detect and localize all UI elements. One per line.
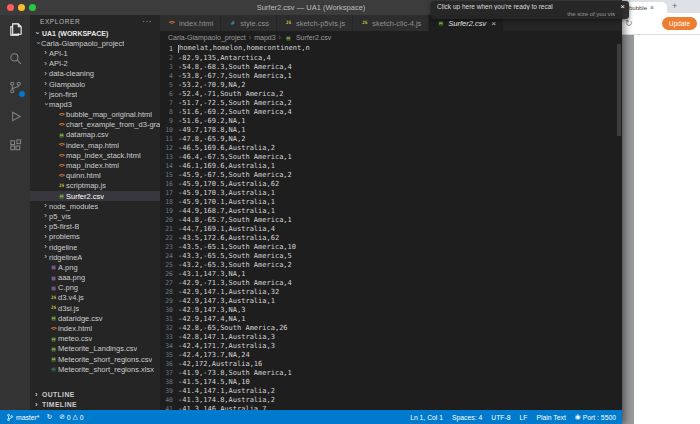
browser-tab[interactable]: bubble × <box>625 2 667 13</box>
code-line[interactable]: 11-47.8,-65.9,NA,2 <box>160 134 622 143</box>
editor[interactable]: 1homelat,homelon,homecontinent,n2-82.9,1… <box>160 44 622 410</box>
close-icon[interactable]: × <box>491 19 496 28</box>
code-line[interactable]: 36-42,172,Australia,16 <box>160 359 622 368</box>
workspace-root[interactable]: › UA1 (WORKSPACE) <box>30 28 160 38</box>
tree-folder-p5-first-B[interactable]: ›p5-first-B <box>30 222 160 232</box>
tab-sketch-clic-4.js[interactable]: JSsketch-clic-4.js <box>353 15 429 31</box>
code-line[interactable]: 5-53.2,-70.9,NA,2 <box>160 80 622 89</box>
tree-file-Meteorite_short_regions.xlsx[interactable]: ▤Meteorite_short_regions.xlsx <box>30 364 160 374</box>
code-line[interactable]: 23-43.5,-65.1,South America,10 <box>160 242 622 251</box>
run-debug-icon[interactable] <box>4 105 26 127</box>
status-item-utf-8[interactable]: UTF-8 <box>491 414 510 421</box>
code-line[interactable]: 29-42.9,147.3,Australia,1 <box>160 296 622 305</box>
breadcrumb-item[interactable]: Carla-Giampaolo_project <box>168 34 246 41</box>
minimize-window-button[interactable] <box>18 4 25 11</box>
explorer-icon[interactable] <box>4 18 26 40</box>
tab-style.css[interactable]: #style.css <box>221 15 277 31</box>
timeline-section[interactable]: › TIMELINE <box>30 400 160 410</box>
tree-file-Surfer2.csv[interactable]: ▤Surfer2.csv <box>30 191 160 201</box>
code-line[interactable]: 27-42.9,-71.3,South America,4 <box>160 278 622 287</box>
code-line[interactable]: 32-42.8,-65,South America,26 <box>160 323 622 332</box>
tree-file-dataridge.csv[interactable]: ▤dataridge.csv <box>30 313 160 323</box>
tree-folder-p5_vis[interactable]: ›p5_vis <box>30 211 160 221</box>
tab-index.html[interactable]: <>index.html <box>160 15 221 31</box>
tree-folder-json-first[interactable]: ›json-first <box>30 89 160 99</box>
code-line[interactable]: 16-45.9,170.5,Australia,62 <box>160 179 622 188</box>
new-tab-button[interactable]: + <box>670 2 679 11</box>
code-line[interactable]: 2-82.9,135,Antarctica,4 <box>160 53 622 62</box>
code-line[interactable]: 35-42.4,173.7,NA,24 <box>160 350 622 359</box>
code-line[interactable]: 10-49.7,178.8,NA,1 <box>160 125 622 134</box>
tree-folder-mapd3[interactable]: ›mapd3 <box>30 99 160 109</box>
code-line[interactable]: 14-46.1,169.6,Australia,1 <box>160 161 622 170</box>
code-line[interactable]: 4-53.8,-67.7,South America,1 <box>160 71 622 80</box>
tree-file-map_index.html[interactable]: <>map_index.html <box>30 160 160 170</box>
code-line[interactable]: 28-42.9,147.1,Australia,32 <box>160 287 622 296</box>
tree-file-d3.v4.js[interactable]: JSd3.v4.js <box>30 293 160 303</box>
tree-file-index.html[interactable]: <>index.html <box>30 323 160 333</box>
code-line[interactable]: 30-42.9,147.3,NA,3 <box>160 305 622 314</box>
tree-file-d3si.js[interactable]: JSd3si.js <box>30 303 160 313</box>
code-line[interactable]: 17-45.9,170.3,Australia,1 <box>160 188 622 197</box>
code-line[interactable]: 22-43.5,172.6,Australia,62 <box>160 233 622 242</box>
source-control-icon[interactable] <box>4 76 26 98</box>
code-line[interactable]: 39-41.4,147.1,Australia,2 <box>160 386 622 395</box>
breadcrumb-item[interactable]: mapd3 <box>254 34 275 41</box>
code-line[interactable]: 26-43.1,147.3,NA,1 <box>160 269 622 278</box>
status-item-plain-text[interactable]: Plain Text <box>536 414 565 421</box>
tree-folder-API-2[interactable]: ›API-2 <box>30 59 160 69</box>
code-line[interactable]: 1homelat,homelon,homecontinent,n <box>160 44 622 53</box>
code-line[interactable]: 19-44.9,168.7,Australia,1 <box>160 206 622 215</box>
code-line[interactable]: 37-41.9,-73.8,South America,1 <box>160 368 622 377</box>
tree-file-chart_example_from_d3-graph-g...[interactable]: <>chart_example_from_d3-graph-g... <box>30 120 160 130</box>
tree-folder-API-1[interactable]: ›API-1 <box>30 48 160 58</box>
tree-file-map_index_stack.html[interactable]: <>map_index_stack.html <box>30 150 160 160</box>
tree-file-quinn.html[interactable]: <>quinn.html <box>30 171 160 181</box>
tree-folder-ridgeline[interactable]: ›ridgeline <box>30 242 160 252</box>
git-branch-indicator[interactable]: master* <box>6 413 39 422</box>
update-button[interactable]: Update <box>662 17 697 30</box>
breadcrumb[interactable]: Carla-Giampaolo_project›mapd3›▤Surfer2.c… <box>160 31 622 44</box>
code-line[interactable]: 13-46.4,-67.5,South America,1 <box>160 152 622 161</box>
tree-file-aaa.png[interactable]: ▨aaa.png <box>30 273 160 283</box>
sync-button[interactable]: ↻ <box>46 413 52 421</box>
search-icon[interactable] <box>4 47 26 69</box>
code-line[interactable]: 9-51.6,-69.2,NA,1 <box>160 116 622 125</box>
tree-folder-data-cleaning[interactable]: ›data-cleaning <box>30 69 160 79</box>
code-line[interactable]: 40-41.3,174.8,Australia,2 <box>160 395 622 404</box>
tree-folder-ridgelineA[interactable]: ›ridgelineA <box>30 252 160 262</box>
tree-folder-Carla-Giampaolo_project[interactable]: ›Carla-Giampaolo_project <box>30 38 160 48</box>
tree-file-Meteorite_Landings.csv[interactable]: ▤Meteorite_Landings.csv <box>30 344 160 354</box>
code-line[interactable]: 31-42.9,147.4,NA,1 <box>160 314 622 323</box>
zoom-window-button[interactable] <box>29 4 36 11</box>
code-line[interactable]: 21-44.7,169.1,Australia,4 <box>160 224 622 233</box>
outline-section[interactable]: › OUTLINE <box>30 390 160 400</box>
tree-folder-Giampaolo[interactable]: ›Giampaolo <box>30 79 160 89</box>
tree-file-bubble_map_original.html[interactable]: <>bubble_map_original.html <box>30 110 160 120</box>
code-line[interactable]: 15-45.9,-67.5,South America,2 <box>160 170 622 179</box>
code-line[interactable]: 24-43.3,-65.5,South America,5 <box>160 251 622 260</box>
code-line[interactable]: 34-42.4,171.7,Australia,3 <box>160 341 622 350</box>
code-line[interactable]: 41-41.3,146,Australia,7 <box>160 404 622 410</box>
more-actions-icon[interactable]: ··· <box>142 17 152 26</box>
tree-file-scriptmap.js[interactable]: JSscriptmap.js <box>30 181 160 191</box>
breadcrumb-item[interactable]: Surfer2.csv <box>296 34 331 41</box>
code-line[interactable]: 38-41.5,174.5,NA,10 <box>160 377 622 386</box>
close-icon[interactable]: × <box>620 3 625 11</box>
tree-file-Meteorite_short_regions.csv[interactable]: ▤Meteorite_short_regions.csv <box>30 354 160 364</box>
extensions-icon[interactable] <box>4 134 26 156</box>
status-item-lf[interactable]: LF <box>520 414 528 421</box>
live-server-port[interactable]: ◉ Port : 5500 <box>575 413 616 421</box>
tree-file-datamap.csv[interactable]: ▤datamap.csv <box>30 130 160 140</box>
code-line[interactable]: 20-44.8,-65.7,South America,1 <box>160 215 622 224</box>
tree-folder-problems[interactable]: ›problems <box>30 232 160 242</box>
code-line[interactable]: 8-51.6,-69.2,South America,4 <box>160 107 622 116</box>
status-item-spaces-4[interactable]: Spaces: 4 <box>452 414 482 421</box>
problems-indicator[interactable]: ⊘ 0 △ 0 <box>59 413 84 421</box>
tree-file-meteo.csv[interactable]: ▤meteo.csv <box>30 334 160 344</box>
close-window-button[interactable] <box>7 4 14 11</box>
tab-sketch-p5vis.js[interactable]: JSsketch-p5vis.js <box>277 15 353 31</box>
code-line[interactable]: 3-54.8,-68.3,South America,4 <box>160 62 622 71</box>
code-line[interactable]: 7-51.7,-72.5,South America,2 <box>160 98 622 107</box>
code-line[interactable]: 12-46.5,169.6,Australia,2 <box>160 143 622 152</box>
